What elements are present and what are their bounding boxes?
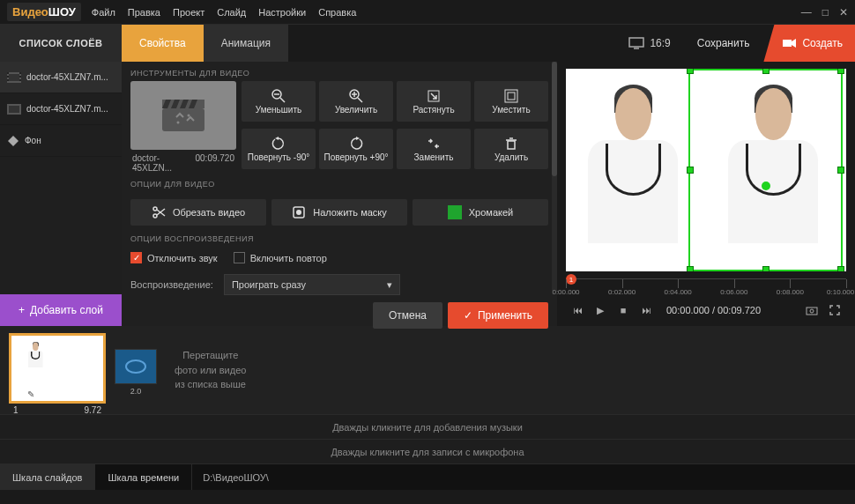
props-scrollbar[interactable] bbox=[552, 62, 557, 291]
rotate-cw-button[interactable]: Повернуть +90° bbox=[319, 129, 393, 169]
maximize-button[interactable]: □ bbox=[822, 6, 829, 19]
mask-button[interactable]: Наложить маску bbox=[271, 199, 407, 226]
menu-settings[interactable]: Настройки bbox=[258, 7, 306, 18]
prev-button[interactable]: ⏮ bbox=[569, 302, 585, 318]
add-layer-button[interactable]: + Добавить слой bbox=[0, 294, 122, 326]
tab-animation[interactable]: Анимация bbox=[204, 25, 288, 62]
tab-slide-scale[interactable]: Шкала слайдов bbox=[0, 464, 95, 490]
layer-label: Фон bbox=[25, 136, 41, 145]
menu-project[interactable]: Проект bbox=[173, 7, 204, 18]
music-track[interactable]: Дважды кликните для добавления музыки bbox=[0, 414, 855, 439]
minimize-button[interactable]: — bbox=[801, 6, 812, 19]
layers-header: СПИСОК СЛОЁВ bbox=[0, 25, 122, 62]
layer-item[interactable]: doctor-45XLZN7.m... bbox=[0, 93, 122, 125]
fit-icon bbox=[504, 89, 518, 103]
zoom-in-button[interactable]: Увеличить bbox=[319, 81, 393, 122]
film-icon bbox=[7, 104, 21, 115]
menu-slide[interactable]: Слайд bbox=[217, 7, 246, 18]
edit-icon[interactable]: ✎ bbox=[27, 389, 34, 399]
rotate-ccw-icon bbox=[271, 137, 286, 151]
tab-properties[interactable]: Свойства bbox=[122, 25, 204, 62]
layer-item[interactable]: doctor-45XLZN7.m... bbox=[0, 62, 122, 93]
zoom-out-button[interactable]: Уменьшить bbox=[242, 81, 316, 122]
timeline-ruler[interactable]: 1 0:00.000 0:02.000 0:04.000 0:06.000 0:… bbox=[566, 278, 846, 298]
monitor-icon bbox=[628, 37, 644, 49]
playhead[interactable]: 1 bbox=[566, 274, 576, 285]
stop-button[interactable]: ■ bbox=[615, 302, 631, 318]
aspect-ratio[interactable]: 16:9 bbox=[616, 25, 682, 62]
chroma-swatch bbox=[448, 205, 462, 219]
svg-rect-7 bbox=[7, 79, 9, 81]
slide-thumbnail[interactable]: 1 ✎ 9.72 bbox=[9, 333, 106, 404]
svg-point-15 bbox=[188, 115, 190, 117]
video-thumbnail bbox=[130, 81, 236, 150]
cancel-button[interactable]: Отмена bbox=[373, 302, 442, 329]
rotate-cw-icon bbox=[349, 137, 363, 151]
playback-select[interactable]: Проиграть сразу▾ bbox=[224, 274, 400, 295]
transition-duration: 2.0 bbox=[130, 387, 142, 396]
svg-line-31 bbox=[157, 210, 165, 216]
fullscreen-icon bbox=[829, 305, 840, 315]
background-icon bbox=[7, 135, 19, 147]
slide-duration: 9.72 bbox=[85, 405, 101, 415]
svg-line-32 bbox=[157, 209, 165, 215]
scissors-icon bbox=[152, 205, 166, 219]
playback-label: Воспроизведение: bbox=[130, 279, 213, 290]
clapper-icon bbox=[162, 100, 204, 131]
tab-time-scale[interactable]: Шкала времени bbox=[95, 464, 192, 490]
slide-number: 1 bbox=[13, 405, 19, 415]
mask-icon bbox=[292, 205, 306, 219]
close-button[interactable]: ✕ bbox=[839, 6, 848, 19]
layer-label: doctor-45XLZN7.m... bbox=[26, 72, 108, 82]
stretch-icon bbox=[427, 89, 441, 103]
timecode: 00:00.000 / 00:09.720 bbox=[666, 305, 761, 315]
snapshot-button[interactable] bbox=[804, 302, 820, 318]
loop-checkbox[interactable]: Включить повтор bbox=[234, 252, 327, 263]
video-options-header: ОПЦИИ ДЛЯ ВИДЕО bbox=[130, 180, 548, 189]
svg-rect-13 bbox=[162, 108, 204, 131]
create-button[interactable]: Создать bbox=[763, 25, 855, 62]
next-button[interactable]: ⏭ bbox=[638, 302, 654, 318]
svg-rect-26 bbox=[508, 141, 515, 149]
chevron-down-icon: ▾ bbox=[387, 279, 392, 291]
delete-button[interactable]: Удалить bbox=[474, 129, 548, 169]
rotate-ccw-button[interactable]: Повернуть -90° bbox=[242, 129, 316, 169]
properties-panel: ИНСТРУМЕНТЫ ДЛЯ ВИДЕО doctor-45XLZN... 0… bbox=[122, 62, 557, 326]
svg-point-30 bbox=[153, 214, 157, 218]
svg-point-14 bbox=[177, 122, 180, 124]
chromakey-button[interactable]: Хромакей bbox=[413, 199, 548, 226]
svg-point-29 bbox=[153, 207, 157, 211]
playback-options-header: ОПЦИИ ВОСПРОИЗВЕДЕНИЯ bbox=[130, 234, 548, 243]
camera-icon bbox=[783, 38, 797, 48]
menu-help[interactable]: Справка bbox=[318, 7, 356, 18]
svg-rect-6 bbox=[7, 76, 9, 78]
save-button[interactable]: Сохранить bbox=[683, 25, 764, 62]
transition-thumbnail[interactable]: 2.0 bbox=[115, 349, 157, 384]
menu-file[interactable]: Файл bbox=[92, 7, 115, 18]
replace-button[interactable]: Заменить bbox=[397, 129, 471, 169]
svg-rect-35 bbox=[807, 308, 817, 315]
layer-item[interactable]: Фон bbox=[0, 125, 122, 157]
menu-edit[interactable]: Правка bbox=[128, 7, 160, 18]
svg-rect-0 bbox=[629, 38, 643, 47]
preview-canvas[interactable] bbox=[566, 69, 846, 271]
thumb-duration: 00:09.720 bbox=[196, 153, 235, 173]
svg-line-17 bbox=[280, 98, 285, 102]
svg-rect-8 bbox=[19, 72, 21, 74]
instruments-header: ИНСТРУМЕНТЫ ДЛЯ ВИДЕО bbox=[130, 69, 548, 78]
fit-button[interactable]: Уместить bbox=[474, 81, 548, 122]
fullscreen-button[interactable] bbox=[827, 302, 843, 318]
mute-checkbox[interactable]: ✓Отключить звук bbox=[130, 252, 218, 263]
apply-button[interactable]: ✓Применить bbox=[448, 302, 548, 329]
mic-track[interactable]: Дважды кликните для записи с микрофона bbox=[0, 439, 855, 463]
selection-frame[interactable] bbox=[688, 69, 843, 271]
play-button[interactable]: ▶ bbox=[592, 302, 608, 318]
svg-rect-10 bbox=[19, 79, 21, 81]
stretch-button[interactable]: Растянуть bbox=[397, 81, 471, 122]
svg-rect-9 bbox=[19, 76, 21, 78]
crop-video-button[interactable]: Обрезать видео bbox=[130, 199, 266, 226]
zoom-out-icon bbox=[271, 89, 286, 103]
layers-panel: doctor-45XLZN7.m... doctor-45XLZN7.m... … bbox=[0, 62, 122, 326]
rotation-handle[interactable] bbox=[762, 182, 770, 190]
preview-panel: 1 0:00.000 0:02.000 0:04.000 0:06.000 0:… bbox=[557, 62, 855, 326]
